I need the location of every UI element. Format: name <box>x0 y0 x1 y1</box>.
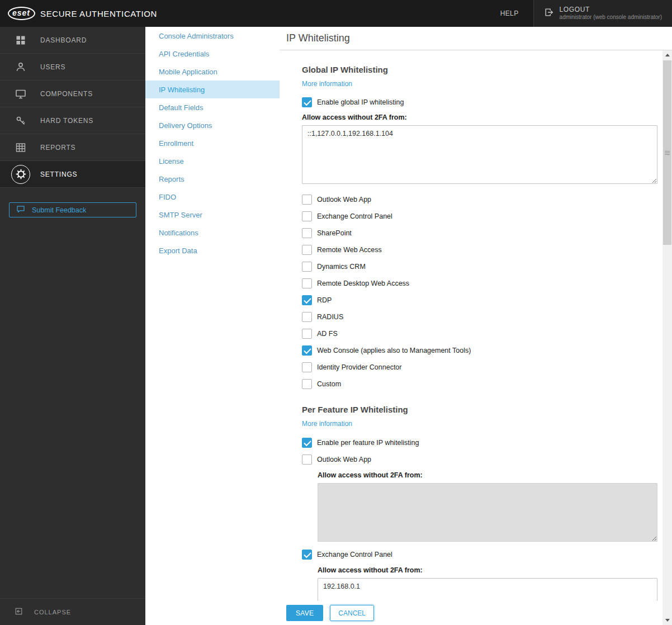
subnav-item-console-administrators[interactable]: Console Administrators <box>145 27 280 45</box>
brand: eset SECURE AUTHENTICATION <box>0 0 157 27</box>
subnav-item-export-data[interactable]: Export Data <box>145 242 280 259</box>
submit-feedback-button[interactable]: Submit Feedback <box>9 202 136 217</box>
checkbox-label: RDP <box>317 296 332 304</box>
sidebar: DASHBOARD USERS COMPONENTS HARD TOKENS R… <box>0 27 145 625</box>
checkbox-row-identity-provider-connector[interactable]: Identity Provider Connector <box>302 359 662 376</box>
cancel-button[interactable]: CANCEL <box>330 605 374 621</box>
checkbox-row-ad-fs[interactable]: AD FS <box>302 325 662 342</box>
subnav-item-license[interactable]: License <box>145 152 280 170</box>
checkbox-label: Exchange Control Panel <box>317 212 392 220</box>
scroll-area: Global IP Whitelisting More information … <box>280 50 662 625</box>
checkbox-row-remote-desktop-web-access[interactable]: Remote Desktop Web Access <box>302 275 662 292</box>
sidebar-item-settings[interactable]: SETTINGS <box>0 161 145 188</box>
dashboard-icon <box>11 31 30 50</box>
save-button[interactable]: SAVE <box>286 605 323 621</box>
checkbox[interactable] <box>302 454 312 465</box>
collapse-button[interactable]: COLLAPSE <box>0 598 145 625</box>
checkbox[interactable] <box>302 245 312 255</box>
subnav-item-notifications[interactable]: Notifications <box>145 224 280 242</box>
sidebar-item-users[interactable]: USERS <box>0 54 145 81</box>
subnav-item-smtp-server[interactable]: SMTP Server <box>145 206 280 224</box>
checkbox-label: Web Console (applies also to Management … <box>317 347 471 354</box>
checkbox-row-custom[interactable]: Custom <box>302 376 662 392</box>
checkbox-row-sharepoint[interactable]: SharePoint <box>302 225 662 242</box>
checkbox[interactable] <box>302 312 312 322</box>
owa-whitelist-textarea[interactable] <box>318 483 657 542</box>
owa-allow-access-label: Allow access without 2FA from: <box>318 471 662 479</box>
gear-icon <box>11 165 30 184</box>
key-icon <box>11 111 30 130</box>
per-feature-row-outlook-web-app[interactable]: Outlook Web App <box>302 451 662 468</box>
checkbox[interactable] <box>302 195 312 205</box>
checkbox[interactable] <box>302 362 312 372</box>
logout-button[interactable]: LOGOUT administrator (web console admini… <box>533 0 672 27</box>
enable-global-checkbox[interactable] <box>302 97 312 107</box>
scrollbar-thumb[interactable] <box>663 60 671 245</box>
subnav-item-mobile-application[interactable]: Mobile Application <box>145 63 280 81</box>
global-whitelist-textarea[interactable]: ::1,127.0.0.1,192.168.1.104 <box>302 125 657 184</box>
enable-per-feature-whitelisting-row[interactable]: Enable per feature IP whitelisting <box>302 434 662 451</box>
subnav-item-reports[interactable]: Reports <box>145 170 280 188</box>
topbar-right: HELP LOGOUT administrator (web console a… <box>486 0 672 27</box>
checkbox[interactable] <box>302 228 312 238</box>
global-more-information-link[interactable]: More information <box>302 80 352 88</box>
sidebar-item-components[interactable]: COMPONENTS <box>0 81 145 107</box>
sidebar-item-hard-tokens[interactable]: HARD TOKENS <box>0 107 145 134</box>
checkbox[interactable] <box>302 211 312 221</box>
brand-title: SECURE AUTHENTICATION <box>40 9 157 18</box>
sidebar-item-label: DASHBOARD <box>40 36 87 44</box>
checkbox[interactable] <box>302 550 312 560</box>
collapse-label: COLLAPSE <box>34 609 71 615</box>
enable-per-feature-checkbox[interactable] <box>302 438 312 448</box>
checkbox-label: Identity Provider Connector <box>317 363 401 371</box>
users-icon <box>11 58 30 77</box>
checkbox-row-radius[interactable]: RADIUS <box>302 309 662 325</box>
checkbox-row-exchange-control-panel[interactable]: Exchange Control Panel <box>302 208 662 225</box>
checkbox-label: Enable per feature IP whitelisting <box>317 439 419 447</box>
checkbox-row-rdp[interactable]: RDP <box>302 292 662 309</box>
logout-text: LOGOUT administrator (web console admini… <box>560 6 662 21</box>
subnav-item-api-credentials[interactable]: API Credentials <box>145 45 280 63</box>
checkbox-row-web-console[interactable]: Web Console (applies also to Management … <box>302 342 662 359</box>
per-feature-row-exchange-control-panel[interactable]: Exchange Control Panel <box>302 546 662 563</box>
checkbox-label: AD FS <box>317 330 338 338</box>
checkbox[interactable] <box>302 329 312 339</box>
feedback-bubble-icon <box>16 205 25 215</box>
sidebar-item-reports[interactable]: REPORTS <box>0 134 145 161</box>
top-bar: eset SECURE AUTHENTICATION HELP LOGOUT a… <box>0 0 672 27</box>
sidebar-item-dashboard[interactable]: DASHBOARD <box>0 27 145 54</box>
logout-icon <box>544 7 554 20</box>
feedback-label: Submit Feedback <box>32 206 86 214</box>
checkbox-label: Remote Web Access <box>317 246 382 254</box>
checkbox[interactable] <box>302 379 312 389</box>
checkbox[interactable] <box>302 262 312 272</box>
vertical-scrollbar[interactable] <box>662 50 672 625</box>
subnav-item-enrollment[interactable]: Enrollment <box>145 134 280 152</box>
checkbox[interactable] <box>302 278 312 288</box>
help-link[interactable]: HELP <box>486 0 533 27</box>
enable-global-whitelisting-row[interactable]: Enable global IP whitelisting <box>302 94 662 110</box>
subnav-item-ip-whitelisting[interactable]: IP Whitelisting <box>145 81 280 98</box>
ecp-allow-access-label: Allow access without 2FA from: <box>318 566 662 574</box>
checkbox[interactable] <box>302 295 312 305</box>
checkbox-row-dynamics-crm[interactable]: Dynamics CRM <box>302 258 662 275</box>
checkbox-label: Custom <box>317 380 341 388</box>
checkbox[interactable] <box>302 345 312 356</box>
checkbox-label: Outlook Web App <box>317 196 371 203</box>
scrollbar-up-arrow[interactable] <box>662 50 672 60</box>
checkbox-row-remote-web-access[interactable]: Remote Web Access <box>302 242 662 258</box>
sidebar-item-label: COMPONENTS <box>40 90 93 98</box>
checkbox-row-outlook-web-app[interactable]: Outlook Web App <box>302 191 662 208</box>
per-feature-more-information-link[interactable]: More information <box>302 420 352 428</box>
checkbox-label: Remote Desktop Web Access <box>317 280 409 287</box>
settings-subnav: Console Administrators API Credentials M… <box>145 27 280 625</box>
subnav-item-default-fields[interactable]: Default Fields <box>145 98 280 116</box>
subnav-item-fido[interactable]: FIDO <box>145 188 280 206</box>
eset-logo: eset <box>8 7 35 20</box>
checkbox-label: SharePoint <box>317 229 352 237</box>
subnav-item-delivery-options[interactable]: Delivery Options <box>145 116 280 134</box>
logout-user: administrator (web console administrator… <box>560 14 662 21</box>
sidebar-item-label: REPORTS <box>40 144 75 151</box>
scrollbar-down-arrow[interactable] <box>662 615 672 625</box>
table-icon <box>11 138 30 157</box>
